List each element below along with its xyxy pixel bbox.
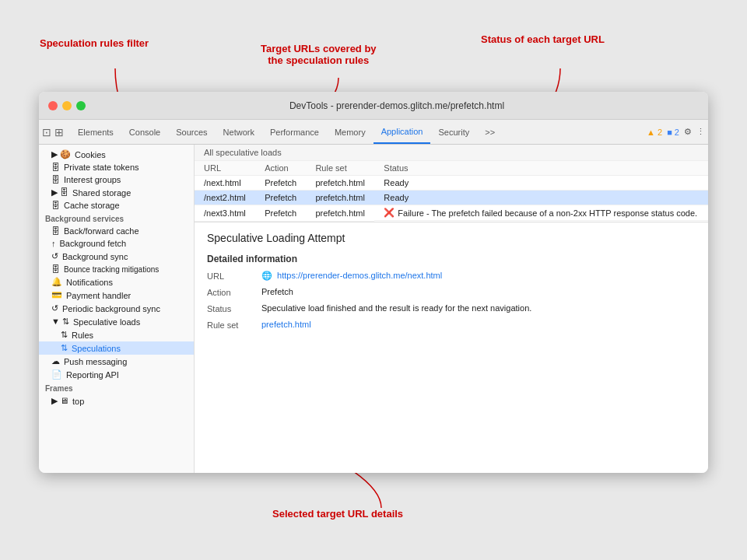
detail-value-action: Prefetch (261, 287, 696, 296)
periodic-sync-icon: ↺ (51, 303, 58, 313)
sidebar-item-reporting-api[interactable]: 📄 Reporting API (39, 368, 194, 381)
device-icon[interactable]: ⊞ (54, 126, 64, 138)
detail-value-status: Speculative load finished and the result… (261, 303, 696, 313)
inspect-icon[interactable]: ⊡ (42, 126, 51, 138)
row-ruleset: prefetch.html (306, 176, 374, 191)
table-section: All speculative loads URL Action Rule se… (195, 145, 708, 222)
row-url: /next.html (195, 176, 255, 191)
close-button[interactable] (48, 101, 58, 110)
tab-application[interactable]: Application (374, 120, 431, 144)
section-background-services: Background services (39, 212, 194, 225)
sidebar-item-cache-storage[interactable]: 🗄 Cache storage (39, 199, 194, 212)
toolbar-icons: ⊡ ⊞ (42, 126, 64, 138)
back-forward-icon: 🗄 (51, 226, 60, 236)
sidebar: ▶ 🍪 Cookies 🗄 Private state tokens 🗄 Int… (39, 145, 195, 473)
detail-label-url: URL (207, 271, 261, 281)
tab-network[interactable]: Network (216, 120, 262, 144)
background-fetch-icon: ↑ (51, 239, 56, 248)
sidebar-item-payment-handler[interactable]: 💳 Payment handler (39, 289, 194, 302)
row-url: /next3.html (195, 205, 255, 222)
devtools-toolbar: ⊡ ⊞ Elements Console Sources Network Per… (39, 120, 708, 145)
tab-more[interactable]: >> (477, 120, 503, 144)
tab-security[interactable]: Security (430, 120, 477, 144)
row-status: Ready (374, 176, 708, 191)
row-action: Prefetch (255, 191, 306, 205)
window-title: DevTools - prerender-demos.glitch.me/pre… (95, 100, 699, 111)
more-options-icon[interactable]: ⋮ (696, 127, 705, 137)
detail-subtitle: Detailed information (207, 254, 696, 264)
detail-label-action: Action (207, 287, 261, 297)
col-action: Action (255, 161, 306, 176)
settings-icon[interactable]: ⚙ (684, 127, 692, 137)
maximize-button[interactable] (76, 101, 86, 110)
row-action: Prefetch (255, 205, 306, 222)
minimize-button[interactable] (62, 101, 72, 110)
reporting-api-icon: 📄 (51, 369, 62, 380)
sidebar-item-private-state-tokens[interactable]: 🗄 Private state tokens (39, 161, 194, 173)
detail-section: Speculative Loading Attempt Detailed inf… (195, 222, 708, 474)
tab-sources[interactable]: Sources (168, 120, 215, 144)
detail-title: Speculative Loading Attempt (207, 232, 696, 244)
title-bar: DevTools - prerender-demos.glitch.me/pre… (39, 92, 708, 120)
annotation-selected-url-details: Selected target URL details (272, 508, 403, 520)
interest-groups-icon: 🗄 (51, 175, 60, 184)
payment-handler-icon: 💳 (51, 290, 62, 300)
sidebar-item-rules[interactable]: ⇅ Rules (39, 328, 194, 341)
row-status: Ready (374, 191, 708, 205)
sidebar-item-notifications[interactable]: 🔔 Notifications (39, 275, 194, 289)
sidebar-item-background-sync[interactable]: ↺ Background sync (39, 250, 194, 263)
tab-console[interactable]: Console (121, 120, 168, 144)
detail-value-ruleset: prefetch.html (261, 320, 696, 329)
row-action: Prefetch (255, 176, 306, 191)
col-status: Status (374, 161, 708, 176)
sidebar-item-speculative-loads[interactable]: ▼ ⇅ Speculative loads (39, 315, 194, 328)
section-frames: Frames (39, 381, 194, 394)
detail-value-url: 🌐 https://prerender-demos.glitch.me/next… (261, 271, 696, 281)
error-icon: ❌ (384, 208, 395, 218)
rules-icon: ⇅ (61, 330, 68, 340)
table-row[interactable]: /next2.html Prefetch prefetch.html Ready (195, 191, 708, 205)
section-header-all-loads: All speculative loads (195, 145, 708, 161)
row-ruleset: prefetch.html (306, 205, 374, 222)
detail-row-ruleset: Rule set prefetch.html (207, 320, 696, 330)
traffic-lights (48, 101, 86, 110)
sidebar-item-top-frame[interactable]: ▶ 🖥 top (39, 394, 194, 408)
tab-performance[interactable]: Performance (262, 120, 327, 144)
bounce-tracking-icon: 🗄 (51, 264, 60, 274)
frame-icon: ▶ 🖥 (51, 396, 68, 406)
detail-row-status: Status Speculative load finished and the… (207, 303, 696, 313)
sidebar-item-cookies[interactable]: ▶ 🍪 Cookies (39, 148, 194, 161)
detail-row-action: Action Prefetch (207, 287, 696, 297)
tab-elements[interactable]: Elements (70, 120, 121, 144)
cache-storage-icon: 🗄 (51, 201, 60, 210)
speculative-loads-icon: ▼ ⇅ (51, 317, 69, 327)
sidebar-item-back-forward-cache[interactable]: 🗄 Back/forward cache (39, 225, 194, 237)
annotation-target-urls: Target URLs covered by the speculation r… (261, 43, 377, 66)
ruleset-link[interactable]: prefetch.html (261, 320, 311, 329)
private-state-icon: 🗄 (51, 163, 60, 172)
push-messaging-icon: ☁ (51, 356, 60, 366)
sidebar-item-interest-groups[interactable]: 🗄 Interest groups (39, 173, 194, 186)
sidebar-item-speculations[interactable]: ⇅ Speculations (39, 341, 194, 355)
sidebar-item-push-messaging[interactable]: ☁ Push messaging (39, 355, 194, 368)
sidebar-item-shared-storage[interactable]: ▶ 🗄 Shared storage (39, 186, 194, 199)
warning-badge: ▲ 2 (647, 128, 662, 137)
table-row[interactable]: /next.html Prefetch prefetch.html Ready (195, 176, 708, 191)
detail-label-ruleset: Rule set (207, 320, 261, 330)
annotation-speculation-rules: Speculation rules filter (40, 37, 149, 49)
detail-row-url: URL 🌐 https://prerender-demos.glitch.me/… (207, 271, 696, 281)
tab-memory[interactable]: Memory (327, 120, 374, 144)
detail-label-status: Status (207, 303, 261, 313)
speculative-loads-table: URL Action Rule set Status /next.html Pr… (195, 161, 708, 222)
sidebar-item-background-fetch[interactable]: ↑ Background fetch (39, 237, 194, 250)
toolbar-right: ▲ 2 ■ 2 ⚙ ⋮ (647, 127, 705, 137)
cookies-icon: ▶ 🍪 (51, 149, 71, 159)
table-row[interactable]: /next3.html Prefetch prefetch.html ❌ Fai… (195, 205, 708, 222)
notifications-icon: 🔔 (51, 277, 62, 287)
col-url: URL (195, 161, 255, 176)
sidebar-item-periodic-bg-sync[interactable]: ↺ Periodic background sync (39, 302, 194, 315)
annotation-status-each-url: Status of each target URL (481, 33, 605, 45)
globe-icon: 🌐 (261, 271, 272, 280)
url-link[interactable]: https://prerender-demos.glitch.me/next.h… (277, 271, 442, 280)
sidebar-item-bounce-tracking[interactable]: 🗄 Bounce tracking mitigations (39, 263, 194, 275)
